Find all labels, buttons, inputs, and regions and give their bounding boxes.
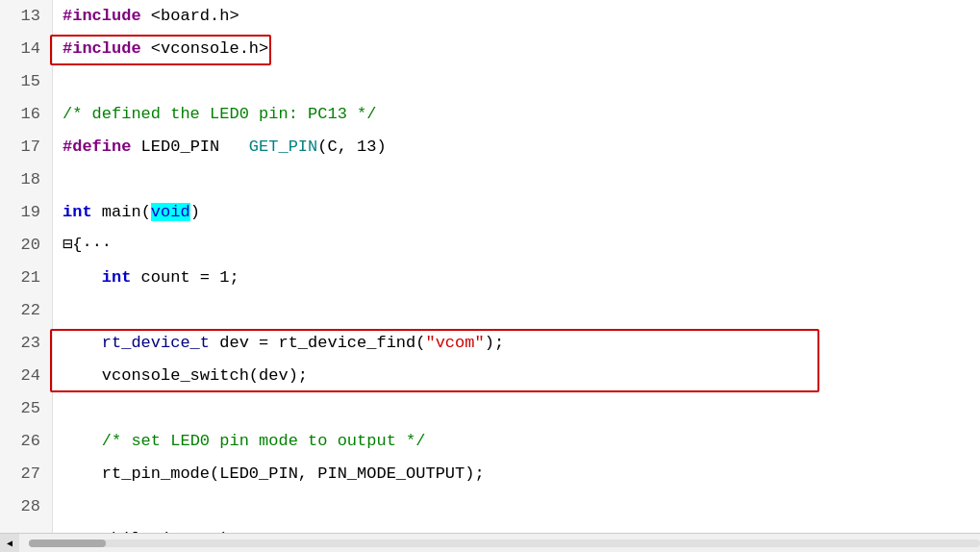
line-number-24: 24 [0, 360, 53, 392]
line-content-19: int main(void) [53, 196, 200, 229]
token: LED0_PIN, PIN_MODE_OUTPUT [219, 464, 465, 483]
code-line-18: 18 [0, 163, 980, 196]
token: <board.h> [141, 7, 239, 25]
token: (C, 13) [317, 138, 386, 156]
token [63, 432, 102, 450]
line-number-16: 16 [0, 98, 53, 131]
line-content-23: rt_device_t dev = rt_device_find("vcom")… [53, 327, 504, 360]
token: void [151, 203, 190, 221]
code-line-20: 20⊟{··· [0, 229, 980, 262]
line-content-26: /* set LED0 pin mode to output */ [53, 425, 425, 458]
line-number-20: 20 [0, 229, 53, 262]
line-number-13: 13 [0, 0, 53, 33]
code-line-28: 28 [0, 490, 980, 523]
code-line-16: 16/* defined the LED0 pin: PC13 */ [0, 98, 980, 131]
token: #include [63, 7, 141, 25]
code-line-29: 29 while (count) [0, 523, 980, 533]
line-number-23: 23 [0, 327, 53, 360]
token: main [92, 203, 141, 221]
line-number-29: 29 [0, 523, 53, 533]
token [63, 268, 102, 287]
token: #define [63, 138, 131, 156]
code-line-14: 14#include <vconsole.h> [0, 33, 980, 65]
horizontal-scrollbar[interactable]: ◀ [0, 533, 980, 552]
code-area: 13#include <board.h>14#include <vconsole… [0, 0, 980, 533]
code-line-24: 24 vconsole_switch(dev); [0, 360, 980, 392]
scrollbar-track[interactable] [29, 539, 980, 547]
code-line-26: 26 /* set LED0 pin mode to output */ [0, 425, 980, 458]
line-number-17: 17 [0, 131, 53, 163]
token: int [63, 203, 92, 221]
token: ( [141, 203, 151, 221]
token: ); [485, 334, 504, 352]
token: /* defined the LED0 pin: PC13 */ [63, 105, 376, 123]
token: rt_device_t [63, 334, 210, 352]
line-content-21: int count = 1; [53, 262, 239, 294]
token: rt_pin_mode [63, 464, 210, 483]
code-line-23: 23 rt_device_t dev = rt_device_find("vco… [0, 327, 980, 360]
code-line-21: 21 int count = 1; [0, 262, 980, 294]
line-content-20: ⊟{··· [53, 229, 112, 262]
token: ( [249, 366, 259, 385]
line-content-16: /* defined the LED0 pin: PC13 */ [53, 98, 376, 131]
line-number-21: 21 [0, 262, 53, 294]
line-number-27: 27 [0, 458, 53, 490]
token: dev [259, 366, 289, 385]
token: ( [210, 464, 219, 483]
code-line-22: 22 [0, 294, 980, 327]
code-line-13: 13#include <board.h> [0, 0, 980, 33]
code-line-27: 27 rt_pin_mode(LED0_PIN, PIN_MODE_OUTPUT… [0, 458, 980, 490]
token: dev = rt_device_find( [210, 334, 425, 352]
token: <vconsole.h> [141, 39, 269, 58]
line-number-26: 26 [0, 425, 53, 458]
line-number-28: 28 [0, 490, 53, 523]
code-line-17: 17#define LED0_PIN GET_PIN(C, 13) [0, 131, 980, 163]
token: "vcom" [425, 334, 484, 352]
line-number-14: 14 [0, 33, 53, 65]
line-number-22: 22 [0, 294, 53, 327]
token: /* set LED0 pin mode to output */ [102, 432, 426, 450]
line-content-27: rt_pin_mode(LED0_PIN, PIN_MODE_OUTPUT); [53, 458, 485, 490]
code-editor: 13#include <board.h>14#include <vconsole… [0, 0, 980, 533]
line-content-24: vconsole_switch(dev); [53, 360, 308, 392]
token: count = 1; [131, 268, 239, 287]
token: int [102, 268, 132, 287]
token: vconsole_switch [63, 366, 249, 385]
code-line-25: 25 [0, 392, 980, 425]
token: GET_PIN [249, 138, 317, 156]
token: ) [190, 203, 200, 221]
line-content-14: #include <vconsole.h> [53, 33, 268, 65]
scrollbar-thumb[interactable] [29, 539, 106, 547]
token: ); [465, 464, 484, 483]
token: ⊟{··· [63, 236, 112, 254]
token: LED0_PIN [131, 138, 248, 156]
line-number-15: 15 [0, 65, 53, 98]
scroll-left-button[interactable]: ◀ [0, 534, 19, 553]
line-content-13: #include <board.h> [53, 0, 239, 33]
code-line-19: 19int main(void) [0, 196, 980, 229]
line-number-18: 18 [0, 163, 53, 196]
line-number-19: 19 [0, 196, 53, 229]
line-content-17: #define LED0_PIN GET_PIN(C, 13) [53, 131, 387, 163]
line-number-25: 25 [0, 392, 53, 425]
code-line-15: 15 [0, 65, 980, 98]
token: ); [289, 366, 308, 385]
line-content-29: while (count) [53, 523, 229, 533]
token: #include [63, 39, 141, 58]
